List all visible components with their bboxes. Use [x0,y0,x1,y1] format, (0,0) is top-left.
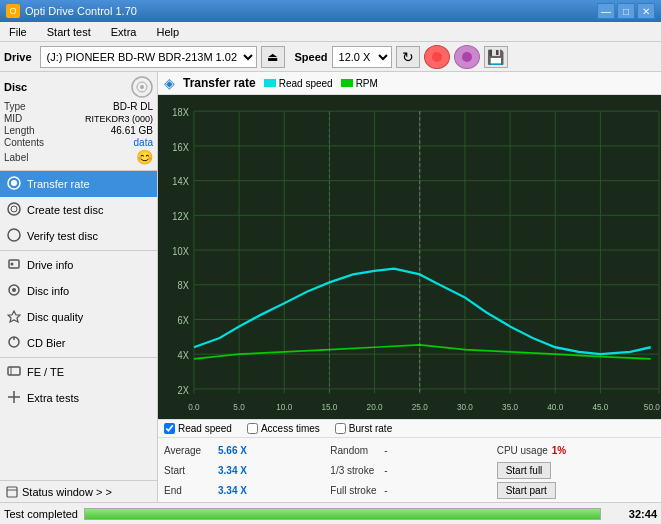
svg-text:18X: 18X [172,106,189,118]
start-label: Start [164,465,214,476]
stat-cpu-row: CPU usage 1% [497,441,655,459]
sidebar-item-extra-tests[interactable]: Extra tests [0,385,157,411]
svg-point-4 [140,85,144,89]
svg-text:2X: 2X [178,384,190,396]
start-part-button[interactable]: Start part [497,482,556,499]
svg-text:14X: 14X [172,176,189,188]
checkbox-burst-rate[interactable]: Burst rate [335,423,392,434]
disc-icon [131,76,153,98]
svg-text:4X: 4X [178,349,190,361]
content-area: ◈ Transfer rate Read speed RPM [158,72,661,502]
random-value: - [384,445,419,456]
verify-test-disc-icon [6,228,22,245]
sidebar-item-drive-info[interactable]: Drive info [0,252,157,278]
svg-text:35.0: 35.0 [502,401,518,412]
svg-text:10.0: 10.0 [276,401,292,412]
svg-text:12X: 12X [172,210,189,222]
refresh-button[interactable]: ↻ [396,46,420,68]
burst-rate-checkbox[interactable] [335,423,346,434]
stat-start-full-row: Start full [497,461,655,479]
sidebar-item-cd-bier[interactable]: CD Bier [0,330,157,356]
sidebar-item-transfer-rate[interactable]: Transfer rate [0,171,157,197]
svg-text:20.0: 20.0 [367,401,383,412]
legend-rpm-box [341,79,353,87]
stat-end-row: End 3.34 X [164,481,322,499]
sidebar: Disc Type BD-R DL MID RITEKDR3 (000) Len… [0,72,158,502]
status-window-button[interactable]: Status window > > [0,480,157,502]
read-speed-checkbox-label: Read speed [178,423,232,434]
transfer-rate-label: Transfer rate [27,178,90,190]
full-stroke-label: Full stroke [330,485,380,496]
sidebar-item-disc-info[interactable]: Disc info [0,278,157,304]
average-value: 5.66 X [218,445,253,456]
stats-area: Average 5.66 X Random - CPU usage 1% Sta… [158,438,661,502]
create-test-disc-icon [6,202,22,219]
drive-info-label: Drive info [27,259,73,271]
stats-grid: Average 5.66 X Random - CPU usage 1% Sta… [164,441,655,499]
svg-text:25.0: 25.0 [412,401,428,412]
menu-help[interactable]: Help [151,25,184,39]
svg-text:15.0: 15.0 [321,401,337,412]
disc-quality-icon [6,309,22,326]
checkbox-access-times[interactable]: Access times [247,423,320,434]
time-display: 32:44 [607,508,657,520]
svg-point-1 [462,52,472,62]
extra-tests-label: Extra tests [27,392,79,404]
menu-file[interactable]: File [4,25,32,39]
menu-start-test[interactable]: Start test [42,25,96,39]
save-button[interactable]: 💾 [484,46,508,68]
sidebar-item-fe-te[interactable]: FE / TE [0,359,157,385]
color2-button[interactable] [454,45,480,69]
create-test-disc-label: Create test disc [27,204,103,216]
sidebar-item-verify-test-disc[interactable]: Verify test disc [0,223,157,249]
read-speed-checkbox[interactable] [164,423,175,434]
svg-text:40.0: 40.0 [547,401,563,412]
end-label: End [164,485,214,496]
chart-area: 18X 16X 14X 12X 10X 8X 6X 4X 2X 0.0 5.0 … [158,95,661,419]
close-button[interactable]: ✕ [637,3,655,19]
svg-text:50.0 GB: 50.0 GB [644,401,661,412]
title-text: Opti Drive Control 1.70 [25,5,597,17]
progress-bar [85,509,600,519]
nav-separator-1 [0,250,157,251]
svg-point-13 [12,288,16,292]
svg-rect-21 [7,487,17,497]
speed-select[interactable]: 12.0 X [332,46,392,68]
legend-read-speed: Read speed [264,78,333,89]
start-full-button[interactable]: Start full [497,462,552,479]
svg-text:6X: 6X [178,315,190,327]
maximize-button[interactable]: □ [617,3,635,19]
nav-separator-2 [0,357,157,358]
eject-button[interactable]: ⏏ [261,46,285,68]
disc-panel: Disc Type BD-R DL MID RITEKDR3 (000) Len… [0,72,157,171]
svg-point-8 [11,206,17,212]
app-icon: O [6,4,20,18]
disc-contents-row: Contents data [4,137,153,148]
drive-select[interactable]: (J:) PIONEER BD-RW BDR-213M 1.02 [40,46,257,68]
disc-type-row: Type BD-R DL [4,101,153,112]
status-bar: Test completed 32:44 [0,502,661,524]
minimize-button[interactable]: — [597,3,615,19]
average-label: Average [164,445,214,456]
sidebar-item-create-test-disc[interactable]: Create test disc [0,197,157,223]
checkbox-read-speed[interactable]: Read speed [164,423,232,434]
cd-bier-label: CD Bier [27,337,66,349]
svg-rect-17 [8,367,20,375]
sidebar-item-disc-quality[interactable]: Disc quality [0,304,157,330]
svg-text:10X: 10X [172,245,189,257]
main-layout: Disc Type BD-R DL MID RITEKDR3 (000) Len… [0,72,661,502]
stat-average-row: Average 5.66 X [164,441,322,459]
cpu-label: CPU usage [497,445,548,456]
access-times-checkbox[interactable] [247,423,258,434]
title-controls: — □ ✕ [597,3,655,19]
transfer-rate-icon [6,176,22,193]
color1-button[interactable] [424,45,450,69]
fe-te-label: FE / TE [27,366,64,378]
chart-checkboxes: Read speed Access times Burst rate [158,419,661,438]
menu-extra[interactable]: Extra [106,25,142,39]
progress-container [84,508,601,520]
svg-text:45.0: 45.0 [592,401,608,412]
disc-length-row: Length 46.61 GB [4,125,153,136]
svg-text:8X: 8X [178,280,190,292]
drive-info-icon [6,257,22,274]
